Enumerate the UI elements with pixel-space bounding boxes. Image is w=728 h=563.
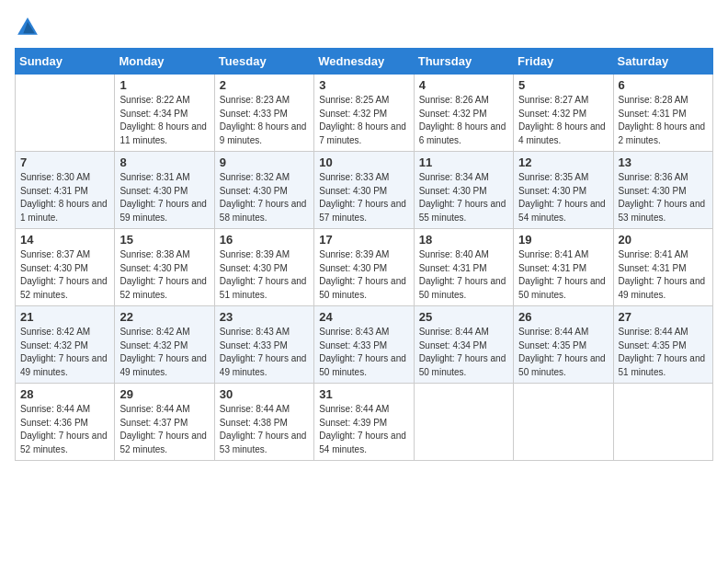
day-number: 14: [20, 233, 109, 247]
day-info: Sunrise: 8:44 AMSunset: 4:35 PMDaylight:…: [518, 327, 606, 377]
weekday-header-friday: Friday: [514, 49, 613, 75]
day-info: Sunrise: 8:38 AMSunset: 4:30 PMDaylight:…: [119, 249, 207, 300]
calendar-cell: 16 Sunrise: 8:39 AMSunset: 4:30 PMDaylig…: [214, 229, 313, 306]
calendar-cell: 8 Sunrise: 8:31 AMSunset: 4:30 PMDayligh…: [115, 152, 214, 229]
day-info: Sunrise: 8:44 AMSunset: 4:38 PMDaylight:…: [220, 404, 307, 454]
calendar-cell: 20 Sunrise: 8:41 AMSunset: 4:31 PMDaylig…: [613, 229, 712, 306]
calendar-cell: 26 Sunrise: 8:44 AMSunset: 4:35 PMDaylig…: [514, 306, 613, 384]
calendar-cell: 17 Sunrise: 8:39 AMSunset: 4:30 PMDaylig…: [314, 229, 414, 306]
day-number: 30: [220, 387, 309, 401]
day-number: 23: [220, 310, 309, 324]
day-info: Sunrise: 8:22 AMSunset: 4:34 PMDaylight:…: [119, 95, 207, 145]
calendar-cell: [16, 75, 115, 152]
day-info: Sunrise: 8:32 AMSunset: 4:30 PMDaylight:…: [220, 172, 307, 223]
day-number: 12: [518, 155, 608, 169]
day-info: Sunrise: 8:39 AMSunset: 4:30 PMDaylight:…: [319, 249, 406, 300]
day-info: Sunrise: 8:23 AMSunset: 4:33 PMDaylight:…: [220, 95, 307, 145]
calendar-cell: 10 Sunrise: 8:33 AMSunset: 4:30 PMDaylig…: [314, 152, 414, 229]
day-info: Sunrise: 8:44 AMSunset: 4:39 PMDaylight:…: [319, 404, 406, 454]
calendar-cell: 4 Sunrise: 8:26 AMSunset: 4:32 PMDayligh…: [414, 75, 513, 152]
day-info: Sunrise: 8:28 AMSunset: 4:31 PMDaylight:…: [619, 95, 706, 145]
day-info: Sunrise: 8:33 AMSunset: 4:30 PMDaylight:…: [319, 172, 406, 223]
calendar-cell: 5 Sunrise: 8:27 AMSunset: 4:32 PMDayligh…: [514, 75, 613, 152]
day-number: 18: [419, 233, 508, 247]
calendar-cell: [514, 384, 613, 461]
calendar-cell: 31 Sunrise: 8:44 AMSunset: 4:39 PMDaylig…: [314, 384, 414, 461]
day-number: 3: [319, 78, 408, 92]
day-info: Sunrise: 8:34 AMSunset: 4:30 PMDaylight:…: [419, 172, 506, 223]
day-number: 21: [20, 310, 109, 324]
day-number: 6: [619, 78, 708, 92]
day-number: 8: [119, 155, 209, 169]
day-info: Sunrise: 8:35 AMSunset: 4:30 PMDaylight:…: [518, 172, 606, 223]
day-info: Sunrise: 8:41 AMSunset: 4:31 PMDaylight:…: [619, 249, 706, 300]
day-number: 28: [20, 387, 109, 401]
day-number: 26: [518, 310, 608, 324]
calendar-cell: 12 Sunrise: 8:35 AMSunset: 4:30 PMDaylig…: [514, 152, 613, 229]
day-info: Sunrise: 8:42 AMSunset: 4:32 PMDaylight:…: [20, 327, 108, 377]
weekday-header-sunday: Sunday: [16, 49, 115, 75]
weekday-header-saturday: Saturday: [613, 49, 712, 75]
day-info: Sunrise: 8:44 AMSunset: 4:35 PMDaylight:…: [619, 327, 706, 377]
logo-icon: [15, 15, 40, 40]
day-info: Sunrise: 8:41 AMSunset: 4:31 PMDaylight:…: [518, 249, 606, 300]
calendar-cell: 13 Sunrise: 8:36 AMSunset: 4:30 PMDaylig…: [613, 152, 712, 229]
calendar-cell: 3 Sunrise: 8:25 AMSunset: 4:32 PMDayligh…: [314, 75, 414, 152]
calendar-table: SundayMondayTuesdayWednesdayThursdayFrid…: [15, 48, 713, 461]
day-info: Sunrise: 8:44 AMSunset: 4:36 PMDaylight:…: [20, 404, 108, 454]
day-number: 20: [619, 233, 708, 247]
calendar-week-3: 14 Sunrise: 8:37 AMSunset: 4:30 PMDaylig…: [16, 229, 713, 306]
day-info: Sunrise: 8:43 AMSunset: 4:33 PMDaylight:…: [319, 327, 406, 377]
day-info: Sunrise: 8:26 AMSunset: 4:32 PMDaylight:…: [419, 95, 506, 145]
day-number: 29: [119, 387, 209, 401]
logo: [15, 15, 44, 40]
weekday-header-wednesday: Wednesday: [314, 49, 414, 75]
day-number: 22: [119, 310, 209, 324]
calendar-cell: 2 Sunrise: 8:23 AMSunset: 4:33 PMDayligh…: [214, 75, 313, 152]
calendar-cell: 27 Sunrise: 8:44 AMSunset: 4:35 PMDaylig…: [613, 306, 712, 384]
day-number: 31: [319, 387, 408, 401]
calendar-cell: 22 Sunrise: 8:42 AMSunset: 4:32 PMDaylig…: [115, 306, 214, 384]
day-number: 10: [319, 155, 408, 169]
weekday-header-thursday: Thursday: [414, 49, 513, 75]
day-info: Sunrise: 8:44 AMSunset: 4:34 PMDaylight:…: [419, 327, 506, 377]
calendar-cell: 18 Sunrise: 8:40 AMSunset: 4:31 PMDaylig…: [414, 229, 513, 306]
calendar-cell: 15 Sunrise: 8:38 AMSunset: 4:30 PMDaylig…: [115, 229, 214, 306]
calendar-cell: 6 Sunrise: 8:28 AMSunset: 4:31 PMDayligh…: [613, 75, 712, 152]
day-number: 4: [419, 78, 508, 92]
weekday-header-row: SundayMondayTuesdayWednesdayThursdayFrid…: [16, 49, 713, 75]
day-number: 2: [220, 78, 309, 92]
day-info: Sunrise: 8:43 AMSunset: 4:33 PMDaylight:…: [220, 327, 307, 377]
day-info: Sunrise: 8:36 AMSunset: 4:30 PMDaylight:…: [619, 172, 706, 223]
day-number: 9: [220, 155, 309, 169]
day-info: Sunrise: 8:44 AMSunset: 4:37 PMDaylight:…: [119, 404, 207, 454]
day-info: Sunrise: 8:42 AMSunset: 4:32 PMDaylight:…: [119, 327, 207, 377]
weekday-header-tuesday: Tuesday: [214, 49, 313, 75]
day-info: Sunrise: 8:31 AMSunset: 4:30 PMDaylight:…: [119, 172, 207, 223]
calendar-cell: 9 Sunrise: 8:32 AMSunset: 4:30 PMDayligh…: [214, 152, 313, 229]
calendar-cell: [414, 384, 513, 461]
day-number: 16: [220, 233, 309, 247]
day-info: Sunrise: 8:25 AMSunset: 4:32 PMDaylight:…: [319, 95, 406, 145]
calendar-cell: 30 Sunrise: 8:44 AMSunset: 4:38 PMDaylig…: [214, 384, 313, 461]
day-number: 24: [319, 310, 408, 324]
weekday-header-monday: Monday: [115, 49, 214, 75]
day-number: 15: [119, 233, 209, 247]
calendar-cell: 19 Sunrise: 8:41 AMSunset: 4:31 PMDaylig…: [514, 229, 613, 306]
calendar-cell: 24 Sunrise: 8:43 AMSunset: 4:33 PMDaylig…: [314, 306, 414, 384]
day-number: 19: [518, 233, 608, 247]
day-number: 7: [20, 155, 109, 169]
calendar-cell: 25 Sunrise: 8:44 AMSunset: 4:34 PMDaylig…: [414, 306, 513, 384]
calendar-cell: 28 Sunrise: 8:44 AMSunset: 4:36 PMDaylig…: [16, 384, 115, 461]
calendar-week-5: 28 Sunrise: 8:44 AMSunset: 4:36 PMDaylig…: [16, 384, 713, 461]
page-header: [15, 15, 713, 40]
calendar-cell: 1 Sunrise: 8:22 AMSunset: 4:34 PMDayligh…: [115, 75, 214, 152]
day-number: 5: [518, 78, 608, 92]
day-info: Sunrise: 8:39 AMSunset: 4:30 PMDaylight:…: [220, 249, 307, 300]
calendar-week-2: 7 Sunrise: 8:30 AMSunset: 4:31 PMDayligh…: [16, 152, 713, 229]
day-info: Sunrise: 8:30 AMSunset: 4:31 PMDaylight:…: [20, 172, 108, 223]
day-info: Sunrise: 8:40 AMSunset: 4:31 PMDaylight:…: [419, 249, 506, 300]
day-number: 13: [619, 155, 708, 169]
calendar-cell: 21 Sunrise: 8:42 AMSunset: 4:32 PMDaylig…: [16, 306, 115, 384]
day-number: 27: [619, 310, 708, 324]
